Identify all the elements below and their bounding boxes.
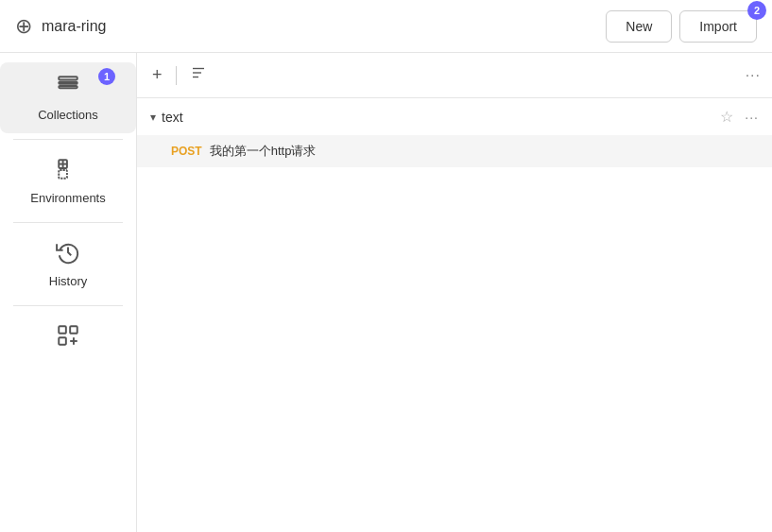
collection-list: ▾ text ☆ ··· POST 我的第一个http请求 [137,98,772,532]
history-icon [56,240,80,270]
header-left: ⊕ mara-ring [15,14,106,39]
globe-icon: ⊕ [15,14,32,39]
main: 1 Collections Environment [0,53,772,532]
collections-badge: 1 [98,68,115,85]
svg-rect-6 [59,170,67,179]
svg-rect-9 [59,337,66,345]
toolbar-divider [176,66,177,85]
content: + ··· ▾ text ☆ ··· POS [137,53,772,532]
import-badge: 2 [747,1,766,20]
star-icon[interactable]: ☆ [720,108,733,126]
sidebar-item-collections[interactable]: 1 Collections [0,62,136,133]
toolbar-more-button[interactable]: ··· [746,67,761,84]
collections-icon [56,74,80,104]
sidebar-item-environments[interactable]: Environments [0,146,136,216]
svg-rect-2 [59,86,77,88]
method-badge: POST [171,145,202,158]
environments-icon [56,157,80,187]
sidebar: 1 Collections Environment [0,53,137,532]
collection-name: text [162,110,714,125]
environments-label: Environments [30,191,105,205]
collections-label: Collections [38,108,98,122]
request-item[interactable]: POST 我的第一个http请求 [137,135,772,167]
app-title: mara-ring [42,18,106,35]
sidebar-divider-2 [13,222,122,223]
add-collection-button[interactable]: + [148,61,166,89]
request-name: 我的第一个http请求 [210,143,317,160]
toolbar: + ··· [137,53,772,98]
svg-rect-8 [70,326,77,334]
header-actions: New Import 2 [606,10,757,43]
sidebar-item-history[interactable]: History [0,229,136,300]
add-extensions-icon [56,323,80,353]
svg-rect-0 [59,77,77,79]
svg-rect-7 [59,326,66,334]
collection-header[interactable]: ▾ text ☆ ··· [137,98,772,135]
sidebar-divider-3 [13,305,122,306]
header: ⊕ mara-ring New Import 2 [0,0,772,53]
filter-button[interactable] [186,60,211,90]
import-button[interactable]: Import [679,10,757,43]
sidebar-item-add-extensions[interactable] [0,312,136,369]
chevron-down-icon: ▾ [150,111,156,124]
collection-more-button[interactable]: ··· [745,110,759,125]
sidebar-divider-1 [13,139,122,140]
new-button[interactable]: New [606,10,672,43]
svg-rect-1 [59,82,77,84]
import-wrap: Import 2 [679,10,757,43]
history-label: History [49,274,87,288]
